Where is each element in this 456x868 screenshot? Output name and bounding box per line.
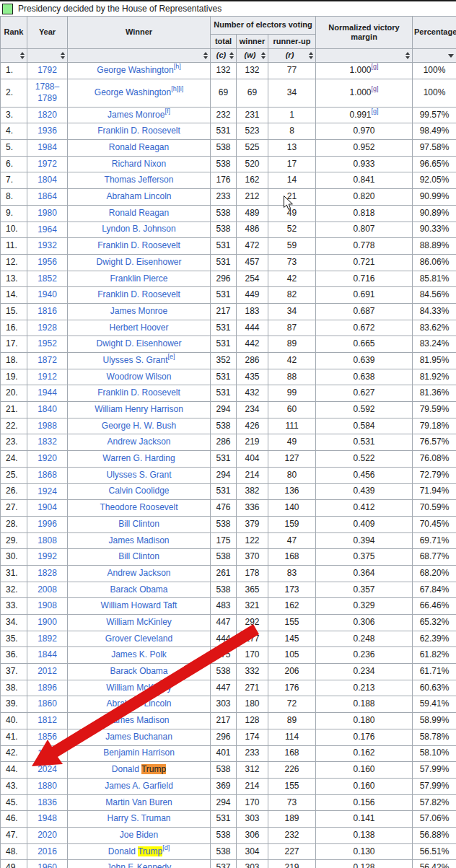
year-link[interactable]: 1940: [38, 289, 57, 301]
winner-footnote-link[interactable]: [h][i]: [171, 85, 183, 92]
winner-link[interactable]: Joe Biden: [120, 830, 158, 840]
year-link[interactable]: 1888: [38, 748, 57, 760]
year-link[interactable]: 2008: [38, 584, 57, 596]
year-link[interactable]: 1964: [38, 224, 57, 236]
year-link[interactable]: 1828: [38, 568, 57, 579]
winner-link[interactable]: Theodore Roosevelt: [100, 502, 177, 512]
winner-link[interactable]: Lyndon B. Johnson: [102, 224, 175, 234]
winner-link[interactable]: Ulysses S. Grant: [106, 470, 171, 480]
year-link[interactable]: 1792: [38, 65, 57, 76]
year-link[interactable]: 1944: [38, 387, 57, 399]
year-link[interactable]: 2020: [38, 830, 57, 841]
header-electors-winner[interactable]: winner: [237, 35, 268, 49]
year-link[interactable]: 1992: [38, 551, 57, 563]
winner-link[interactable]: Benjamin Harrison: [103, 748, 175, 758]
year-link[interactable]: 2024: [38, 764, 57, 776]
winner-link[interactable]: Harry S. Truman: [107, 813, 170, 823]
year-link[interactable]: 1952: [38, 338, 57, 350]
year-link[interactable]: 1924: [38, 486, 57, 498]
header-margin[interactable]: Normalized victory margin: [316, 17, 413, 49]
year-link[interactable]: 1812: [38, 715, 57, 727]
year-link[interactable]: 1872: [38, 355, 57, 367]
year-link[interactable]: 1996: [38, 519, 57, 530]
year-link[interactable]: 1936: [38, 126, 57, 137]
sort-button-percentage[interactable]: [413, 49, 456, 63]
sort-button-winner[interactable]: [68, 49, 211, 63]
sort-button-winner-votes[interactable]: (w): [237, 49, 268, 63]
year-link[interactable]: 1980: [38, 208, 57, 219]
year-link[interactable]: 1988: [38, 421, 57, 432]
year-link[interactable]: 1844: [38, 649, 57, 661]
year-link[interactable]: 1960: [38, 862, 57, 868]
year-link[interactable]: 1900: [38, 617, 57, 628]
winner-link[interactable]: Herbert Hoover: [109, 323, 168, 333]
year-link[interactable]: 1852: [38, 273, 57, 285]
winner-link[interactable]: William Henry Harrison: [95, 404, 183, 414]
year-link[interactable]: 1932: [38, 240, 57, 252]
winner-link[interactable]: Donald Trump: [112, 764, 166, 774]
winner-link[interactable]: Woodrow Wilson: [107, 372, 172, 382]
year-link[interactable]: 1832: [38, 437, 57, 448]
header-rank[interactable]: Rank: [1, 17, 27, 49]
winner-link[interactable]: William McKinley: [106, 683, 172, 693]
winner-link[interactable]: Abraham Lincoln: [106, 191, 171, 201]
sort-button-rank[interactable]: [1, 49, 27, 63]
year-link[interactable]: 1864: [38, 191, 57, 203]
winner-link[interactable]: John F. Kennedy: [107, 862, 171, 868]
year-link[interactable]: 1788–1789: [29, 82, 66, 104]
winner-link[interactable]: Andrew Jackson: [107, 437, 170, 447]
winner-link[interactable]: Ronald Reagan: [109, 142, 169, 152]
winner-link[interactable]: Barack Obama: [110, 666, 167, 676]
winner-link[interactable]: Thomas Jefferson: [105, 175, 174, 185]
winner-link[interactable]: Bill Clinton: [118, 519, 159, 529]
year-link[interactable]: 1880: [38, 781, 57, 792]
winner-link[interactable]: Abraham Lincoln: [106, 698, 171, 709]
year-link[interactable]: 1928: [38, 323, 57, 334]
year-link[interactable]: 1840: [38, 404, 57, 416]
year-link[interactable]: 1896: [38, 683, 57, 694]
winner-link[interactable]: Ulysses S. Grant: [102, 355, 167, 365]
year-link[interactable]: 2012: [38, 666, 57, 678]
winner-link[interactable]: George Washington: [97, 65, 173, 75]
winner-link[interactable]: Dwight D. Eisenhower: [96, 257, 181, 267]
sort-button-runner-up[interactable]: (r): [268, 49, 316, 63]
winner-link[interactable]: Franklin Pierce: [110, 273, 167, 284]
sort-button-margin[interactable]: [316, 49, 413, 63]
winner-link[interactable]: James Monroe: [108, 110, 165, 120]
winner-link[interactable]: Dwight D. Eisenhower: [96, 338, 181, 348]
year-link[interactable]: 1868: [38, 470, 57, 481]
sort-button-year[interactable]: [27, 49, 68, 63]
winner-link[interactable]: Richard Nixon: [112, 159, 166, 169]
winner-link[interactable]: William McKinley: [106, 617, 172, 627]
header-winner[interactable]: Winner: [68, 17, 211, 49]
margin-footnote-link[interactable]: [g]: [372, 108, 379, 115]
year-link[interactable]: 1808: [38, 535, 57, 547]
year-link[interactable]: 1836: [38, 797, 57, 809]
margin-footnote-link[interactable]: [g]: [372, 85, 379, 92]
winner-footnote-link[interactable]: [f]: [165, 108, 170, 115]
winner-footnote-link[interactable]: [h]: [174, 63, 181, 70]
year-link[interactable]: 1984: [38, 142, 57, 154]
year-link[interactable]: 1820: [38, 110, 57, 121]
header-electors-runner-up[interactable]: runner-up: [268, 35, 316, 49]
winner-link[interactable]: Warren G. Harding: [102, 453, 175, 463]
year-link[interactable]: 1956: [38, 257, 57, 268]
winner-link[interactable]: Andrew Jackson: [107, 568, 170, 578]
winner-link[interactable]: James K. Polk: [111, 649, 167, 659]
year-link[interactable]: 2016: [38, 846, 57, 858]
year-link[interactable]: 1816: [38, 306, 57, 317]
year-link[interactable]: 1948: [38, 813, 57, 825]
winner-footnote-link[interactable]: [e]: [168, 353, 175, 360]
winner-link[interactable]: Grover Cleveland: [105, 634, 172, 644]
sort-button-total[interactable]: (c): [211, 49, 237, 63]
winner-link[interactable]: Franklin D. Roosevelt: [97, 240, 180, 250]
margin-footnote-link[interactable]: [g]: [372, 63, 379, 70]
year-link[interactable]: 1804: [38, 175, 57, 186]
winner-link[interactable]: Donald Trump: [108, 846, 162, 856]
year-link[interactable]: 1860: [38, 698, 57, 710]
winner-link[interactable]: William Howard Taft: [101, 600, 177, 610]
year-link[interactable]: 1972: [38, 159, 57, 170]
year-link[interactable]: 1904: [38, 502, 57, 514]
winner-link[interactable]: James Buchanan: [105, 732, 172, 742]
header-year[interactable]: Year: [27, 17, 68, 49]
